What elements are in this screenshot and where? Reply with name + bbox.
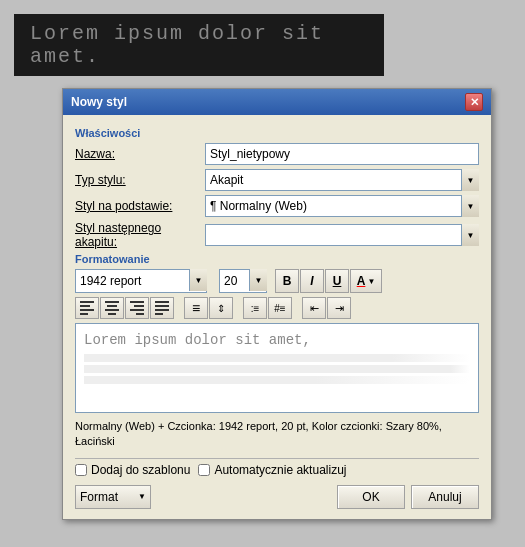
format-buttons: B I U A ▼ bbox=[275, 269, 382, 293]
add-to-template-group: Dodaj do szablonu bbox=[75, 463, 190, 477]
align-center-icon bbox=[105, 301, 119, 315]
name-input[interactable] bbox=[205, 143, 479, 165]
next-style-label: Styl następnego akapitu: bbox=[75, 221, 205, 249]
dialog-window: Nowy styl ✕ Właściwości Nazwa: Typ stylu… bbox=[62, 88, 492, 520]
name-label: Nazwa: bbox=[75, 147, 205, 161]
format-label: Format bbox=[80, 490, 118, 504]
style-type-select[interactable]: Akapit bbox=[205, 169, 479, 191]
format-button[interactable]: Format ▼ bbox=[75, 485, 151, 509]
next-style-wrapper: ▼ bbox=[205, 224, 479, 246]
base-style-row: Styl na podstawie: ¶ Normalny (Web) ▼ bbox=[75, 195, 479, 217]
numbered-list-icon: #≡ bbox=[274, 303, 285, 314]
preview-text: Lorem ipsum dolor sit amet. bbox=[30, 22, 368, 68]
bold-button[interactable]: B bbox=[275, 269, 299, 293]
preview-filler-lines bbox=[84, 354, 470, 384]
formatting-section-label: Formatowanie bbox=[75, 253, 479, 265]
font-select-wrapper: 1942 report ▼ bbox=[75, 269, 207, 293]
format-controls-row: 1942 report ▼ 20 ▼ B I U A ▼ bbox=[75, 269, 479, 293]
ok-cancel-group: OK Anuluj bbox=[337, 485, 479, 509]
next-style-select[interactable] bbox=[205, 224, 479, 246]
bullet-list-button[interactable]: :≡ bbox=[243, 297, 267, 319]
size-select-wrapper: 20 ▼ bbox=[219, 269, 267, 293]
text-preview-box: Lorem ipsum dolor sit amet, bbox=[75, 323, 479, 413]
line-spacing-button[interactable]: ≡ bbox=[184, 297, 208, 319]
style-type-label: Typ stylu: bbox=[75, 173, 205, 187]
dialog-content: Właściwości Nazwa: Typ stylu: Akapit ▼ S… bbox=[63, 115, 491, 519]
align-left-button[interactable] bbox=[75, 297, 99, 319]
preview-banner: Lorem ipsum dolor sit amet. bbox=[14, 14, 384, 76]
align-center-button[interactable] bbox=[100, 297, 124, 319]
increase-indent-button[interactable]: ⇥ bbox=[327, 297, 351, 319]
style-type-wrapper: Akapit ▼ bbox=[205, 169, 479, 191]
auto-update-group: Automatycznie aktualizuj bbox=[198, 463, 346, 477]
increase-indent-icon: ⇥ bbox=[335, 302, 344, 315]
title-bar: Nowy styl ✕ bbox=[63, 89, 491, 115]
buttons-row: Format ▼ OK Anuluj bbox=[75, 485, 479, 509]
text-preview-content: Lorem ipsum dolor sit amet, bbox=[84, 332, 470, 348]
ok-button[interactable]: OK bbox=[337, 485, 405, 509]
base-style-label: Styl na podstawie: bbox=[75, 199, 205, 213]
align-right-button[interactable] bbox=[125, 297, 149, 319]
name-row: Nazwa: bbox=[75, 143, 479, 165]
decrease-indent-button[interactable]: ⇤ bbox=[302, 297, 326, 319]
size-select[interactable]: 20 bbox=[219, 269, 267, 293]
align-right-icon bbox=[130, 301, 144, 315]
auto-update-checkbox[interactable] bbox=[198, 464, 210, 476]
style-description: Normalny (Web) + Czcionka: 1942 report, … bbox=[75, 419, 479, 450]
bottom-left: Dodaj do szablonu Automatycznie aktualiz… bbox=[75, 463, 346, 477]
dialog-title: Nowy styl bbox=[71, 95, 127, 109]
format-dropdown-arrow: ▼ bbox=[138, 492, 146, 501]
alignment-row: ≡ ⇕ :≡ #≡ ⇤ ⇥ bbox=[75, 297, 479, 319]
add-to-template-checkbox[interactable] bbox=[75, 464, 87, 476]
underline-button[interactable]: U bbox=[325, 269, 349, 293]
color-dropdown-arrow: ▼ bbox=[367, 277, 375, 286]
color-button[interactable]: A ▼ bbox=[350, 269, 382, 293]
numbered-list-button[interactable]: #≡ bbox=[268, 297, 292, 319]
properties-section-label: Właściwości bbox=[75, 127, 479, 139]
next-style-row: Styl następnego akapitu: ▼ bbox=[75, 221, 479, 249]
color-label: A bbox=[357, 274, 366, 288]
bottom-bar: Dodaj do szablonu Automatycznie aktualiz… bbox=[75, 458, 479, 479]
add-to-template-label: Dodaj do szablonu bbox=[91, 463, 190, 477]
cancel-button[interactable]: Anuluj bbox=[411, 485, 479, 509]
close-button[interactable]: ✕ bbox=[465, 93, 483, 111]
base-style-select[interactable]: ¶ Normalny (Web) bbox=[205, 195, 479, 217]
base-style-wrapper: ¶ Normalny (Web) ▼ bbox=[205, 195, 479, 217]
para-spacing-icon: ⇕ bbox=[217, 303, 225, 314]
para-spacing-button[interactable]: ⇕ bbox=[209, 297, 233, 319]
bullet-list-icon: :≡ bbox=[251, 303, 260, 314]
line-spacing-icon: ≡ bbox=[192, 300, 200, 316]
font-select[interactable]: 1942 report bbox=[75, 269, 207, 293]
justify-icon bbox=[155, 301, 169, 315]
align-left-icon bbox=[80, 301, 94, 315]
justify-button[interactable] bbox=[150, 297, 174, 319]
auto-update-label: Automatycznie aktualizuj bbox=[214, 463, 346, 477]
italic-button[interactable]: I bbox=[300, 269, 324, 293]
style-type-row: Typ stylu: Akapit ▼ bbox=[75, 169, 479, 191]
decrease-indent-icon: ⇤ bbox=[310, 302, 319, 315]
